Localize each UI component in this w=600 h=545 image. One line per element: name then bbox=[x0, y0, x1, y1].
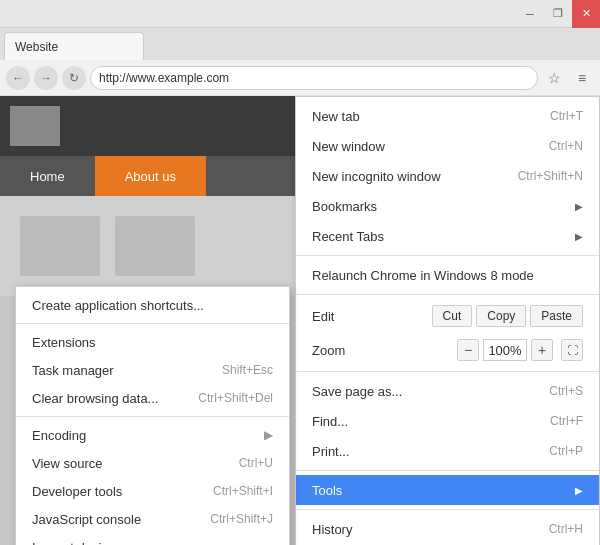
tab-website[interactable]: Website bbox=[4, 32, 144, 60]
tools-submenu-item-javascript-console[interactable]: JavaScript console Ctrl+Shift+J bbox=[16, 505, 289, 533]
menu-recent-tabs[interactable]: Recent Tabs ▶ bbox=[296, 221, 599, 251]
tools-submenu-item-encoding[interactable]: Encoding ▶ bbox=[16, 421, 289, 449]
tools-submenu-item-clear-browsing[interactable]: Clear browsing data... Ctrl+Shift+Del bbox=[16, 384, 289, 412]
refresh-button[interactable]: ↻ bbox=[62, 66, 86, 90]
title-bar: ─ ❐ ✕ bbox=[0, 0, 600, 28]
menu-new-tab[interactable]: New tab Ctrl+T bbox=[296, 101, 599, 131]
toolbar-icons: ☆ ≡ bbox=[542, 66, 594, 90]
fullscreen-button[interactable]: ⛶ bbox=[561, 339, 583, 361]
menu-new-incognito[interactable]: New incognito window Ctrl+Shift+N bbox=[296, 161, 599, 191]
menu-tools[interactable]: Tools ▶ bbox=[296, 475, 599, 505]
tools-submenu-item-task-manager[interactable]: Task manager Shift+Esc bbox=[16, 356, 289, 384]
menu-find[interactable]: Find... Ctrl+F bbox=[296, 406, 599, 436]
paste-button[interactable]: Paste bbox=[530, 305, 583, 327]
content-block-1 bbox=[20, 216, 100, 276]
zoom-value: 100% bbox=[483, 339, 527, 361]
tools-submenu-item-extensions[interactable]: Extensions bbox=[16, 328, 289, 356]
nav-home[interactable]: Home bbox=[0, 156, 95, 196]
edit-buttons: Cut Copy Paste bbox=[432, 305, 583, 327]
menu-new-window[interactable]: New window Ctrl+N bbox=[296, 131, 599, 161]
menu-separator-3 bbox=[296, 371, 599, 372]
copy-button[interactable]: Copy bbox=[476, 305, 526, 327]
zoom-minus-button[interactable]: − bbox=[457, 339, 479, 361]
address-bar[interactable] bbox=[90, 66, 538, 90]
menu-bookmarks[interactable]: Bookmarks ▶ bbox=[296, 191, 599, 221]
tools-submenu-item-inspect-devices[interactable]: Inspect devices bbox=[16, 533, 289, 545]
zoom-controls: − 100% + ⛶ bbox=[457, 339, 583, 361]
tools-submenu-separator-1 bbox=[16, 323, 289, 324]
toolbar: ← → ↻ ☆ ≡ bbox=[0, 60, 600, 96]
menu-separator-4 bbox=[296, 470, 599, 471]
browser-window: ─ ❐ ✕ Website ← → ↻ ☆ ≡ Home bbox=[0, 0, 600, 545]
cut-button[interactable]: Cut bbox=[432, 305, 473, 327]
menu-separator-1 bbox=[296, 255, 599, 256]
chrome-menu: New tab Ctrl+T New window Ctrl+N New inc… bbox=[295, 96, 600, 545]
tab-label: Website bbox=[15, 40, 58, 54]
tab-bar: Website bbox=[0, 28, 600, 60]
tools-submenu-separator-2 bbox=[16, 416, 289, 417]
maximize-button[interactable]: ❐ bbox=[544, 0, 572, 28]
menu-save-page[interactable]: Save page as... Ctrl+S bbox=[296, 376, 599, 406]
minimize-button[interactable]: ─ bbox=[516, 0, 544, 28]
close-button[interactable]: ✕ bbox=[572, 0, 600, 28]
tools-submenu-item-create[interactable]: Create application shortcuts... bbox=[16, 291, 289, 319]
menu-icon[interactable]: ≡ bbox=[570, 66, 594, 90]
zoom-plus-button[interactable]: + bbox=[531, 339, 553, 361]
back-button[interactable]: ← bbox=[6, 66, 30, 90]
bookmark-icon[interactable]: ☆ bbox=[542, 66, 566, 90]
tools-submenu-item-view-source[interactable]: View source Ctrl+U bbox=[16, 449, 289, 477]
forward-button[interactable]: → bbox=[34, 66, 58, 90]
menu-relaunch-win8[interactable]: Relaunch Chrome in Windows 8 mode bbox=[296, 260, 599, 290]
menu-print[interactable]: Print... Ctrl+P bbox=[296, 436, 599, 466]
content-block-2 bbox=[115, 216, 195, 276]
menu-zoom-row: Zoom − 100% + ⛶ bbox=[296, 333, 599, 367]
menu-history[interactable]: History Ctrl+H bbox=[296, 514, 599, 544]
menu-edit-row: Edit Cut Copy Paste bbox=[296, 299, 599, 333]
site-logo bbox=[10, 106, 60, 146]
tools-submenu-item-developer-tools[interactable]: Developer tools Ctrl+Shift+I bbox=[16, 477, 289, 505]
menu-separator-2 bbox=[296, 294, 599, 295]
menu-separator-5 bbox=[296, 509, 599, 510]
nav-about[interactable]: About us bbox=[95, 156, 206, 196]
tools-submenu: Create application shortcuts... Extensio… bbox=[15, 286, 290, 545]
page-content: Home About us Shi $ Create application s… bbox=[0, 96, 600, 545]
